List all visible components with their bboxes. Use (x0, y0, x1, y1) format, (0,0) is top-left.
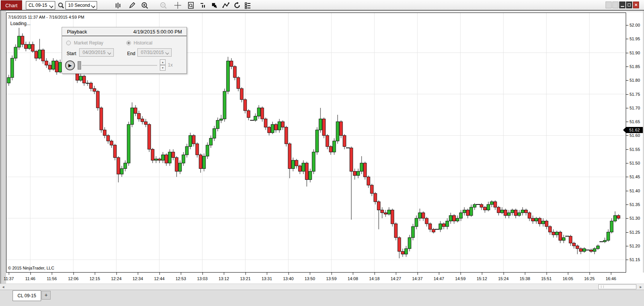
time-tick (353, 273, 353, 275)
time-tick (590, 273, 590, 275)
time-tick (375, 273, 375, 275)
price-label: 51.90 (630, 51, 640, 55)
price-label: 51.15 (630, 257, 640, 262)
play-button[interactable]: ▶ (65, 60, 75, 70)
historical-radio[interactable] (126, 41, 131, 45)
time-tick (138, 273, 138, 275)
time-tick (482, 273, 482, 275)
time-label: 13:59 (324, 276, 339, 281)
speed-value: 1x (168, 62, 173, 68)
time-tick (310, 273, 310, 275)
time-tick (504, 273, 504, 275)
price-tick (626, 122, 628, 122)
time-tick (30, 273, 31, 275)
end-date-value: 07/31/2015 (141, 50, 164, 55)
time-label: 12:53 (173, 276, 188, 281)
price-tick (626, 163, 628, 163)
time-label: 11:37 (1, 276, 16, 281)
price-label: 51.40 (630, 189, 640, 193)
play-icon: ▶ (68, 63, 72, 68)
price-tick (626, 218, 628, 219)
horizontal-scrollbar[interactable]: ◄ ► (0, 284, 644, 290)
price-label: 51.20 (630, 244, 640, 248)
time-tick (525, 273, 525, 275)
time-label: 12:24 (109, 276, 124, 281)
tab-cl-09-15[interactable]: CL 09-15 (13, 290, 41, 301)
last-price-marker: 51.62 (626, 127, 643, 133)
playback-titlebar[interactable]: Playback 4/19/2015 5:00:00 PM (62, 27, 187, 36)
price-label: 51.65 (630, 119, 640, 124)
start-date-select[interactable]: 04/20/2015 (79, 48, 114, 57)
market-replay-label: Market Replay (74, 40, 103, 46)
price-tick (626, 25, 628, 25)
time-label: 12:34 (130, 276, 145, 281)
time-label: 15:24 (496, 276, 511, 281)
time-tick (95, 273, 95, 275)
time-label: 14:27 (388, 276, 403, 281)
scroll-left-icon[interactable]: ◄ (1, 285, 6, 289)
end-label: End (127, 51, 135, 56)
speed-down-button[interactable]: ▼ (160, 65, 166, 71)
price-tick (626, 191, 628, 191)
time-tick (396, 273, 396, 275)
time-label: 13:50 (302, 276, 317, 281)
price-tick (626, 205, 628, 205)
time-label: 15:38 (517, 276, 532, 281)
price-label: 51.25 (630, 230, 640, 235)
playback-title: Playback (67, 29, 87, 35)
time-axis[interactable]: 11:3711:4611:5612:0612:1512:2412:3412:44… (6, 273, 644, 284)
price-label: 51.50 (630, 161, 640, 165)
add-tab-button[interactable]: + (41, 291, 51, 300)
start-label: Start (67, 51, 76, 56)
time-label: 11:56 (44, 276, 59, 281)
time-tick (568, 273, 568, 275)
playback-dialog: Playback 4/19/2015 5:00:00 PM Market Rep… (62, 27, 187, 74)
playback-slider-handle[interactable] (78, 61, 81, 70)
time-label: 14:08 (345, 276, 360, 281)
price-label: 51.85 (630, 64, 640, 69)
price-label: 52.00 (630, 23, 640, 27)
time-tick (418, 273, 418, 275)
price-label: 51.55 (630, 147, 640, 152)
chart-window: Chart CL 09-15 10 Second (0, 0, 644, 306)
time-label: 12:44 (152, 276, 167, 281)
time-label: 13:12 (216, 276, 231, 281)
time-tick (159, 273, 160, 275)
time-tick (611, 273, 611, 275)
time-label: 13:03 (195, 276, 210, 281)
end-date-select[interactable]: 07/31/2015 (137, 48, 172, 57)
time-label: 14:37 (410, 276, 425, 281)
scrollbar-thumb[interactable] (598, 284, 636, 289)
time-label: 12:15 (87, 276, 102, 281)
time-label: 11:46 (23, 276, 38, 281)
time-label: 13:40 (281, 276, 296, 281)
time-label: 14:47 (431, 276, 446, 281)
price-tick (626, 232, 628, 233)
time-tick (224, 273, 224, 275)
time-label: 14:59 (453, 276, 468, 281)
time-tick (116, 273, 117, 275)
time-label: 16:46 (603, 276, 618, 281)
chevron-down-icon (165, 51, 169, 55)
price-tick (626, 94, 628, 95)
start-date-value: 04/20/2015 (83, 50, 105, 55)
price-axis[interactable]: 52.0051.9551.9051.8551.8051.7551.7051.65… (626, 13, 643, 273)
time-label: 15:12 (474, 276, 489, 281)
speed-up-button[interactable]: ▲ (160, 59, 166, 65)
time-tick (181, 273, 181, 275)
scroll-right-icon[interactable]: ► (638, 285, 643, 289)
price-tick (626, 53, 628, 53)
time-tick (73, 273, 74, 275)
time-tick (202, 273, 203, 275)
time-label: 13:31 (259, 276, 274, 281)
time-tick (332, 273, 332, 275)
playback-slider-track[interactable] (82, 65, 157, 66)
time-label: 14:18 (367, 276, 382, 281)
market-replay-radio[interactable] (66, 41, 71, 45)
price-label: 51.70 (630, 106, 640, 110)
time-tick (547, 273, 547, 275)
price-label: 51.35 (630, 202, 640, 207)
price-label: 51.30 (630, 216, 640, 220)
chevron-down-icon (107, 51, 111, 55)
chart-date-range: 7/16/2015 11:37 AM - 7/16/2015 4:59 PM (8, 15, 84, 19)
